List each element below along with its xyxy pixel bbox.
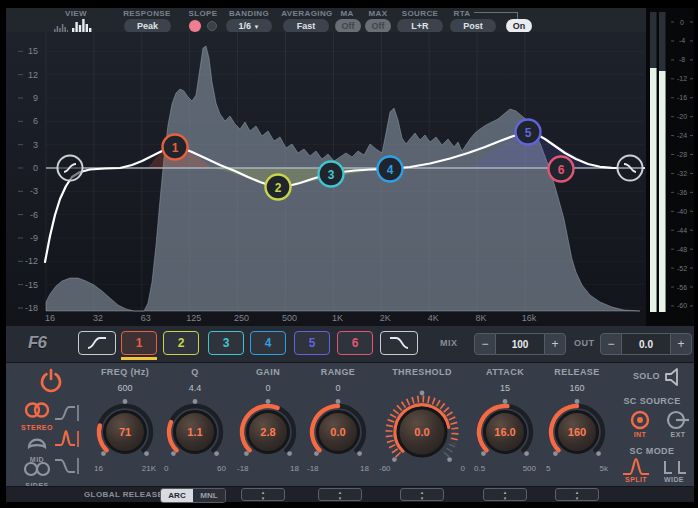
banding-label: BANDING — [224, 9, 274, 18]
int-label: INT — [624, 431, 656, 438]
attack-knob-label: ATTACK — [472, 367, 538, 377]
x-axis-tick: 4K — [428, 313, 439, 323]
release-knob-readout: 160 — [544, 383, 610, 393]
threshold-stepper[interactable]: ▴▾ — [400, 488, 444, 501]
knob-value: 1.1 — [187, 426, 202, 438]
meter-scale-label: -32 — [677, 170, 687, 177]
banding-value: 1/6 — [239, 21, 252, 31]
ext-label: EXT — [662, 431, 694, 438]
meter-bar-right — [659, 71, 666, 312]
lpf-band-button[interactable] — [380, 331, 418, 355]
mix-value[interactable]: 100 — [496, 333, 544, 355]
sides-icon — [22, 461, 52, 477]
band-3-marker[interactable]: 3 — [319, 162, 344, 187]
meter-bar-left — [650, 68, 657, 312]
filter-shape-bell-button[interactable] — [52, 429, 80, 449]
arrow-down-icon: ▾ — [504, 495, 507, 501]
band-1-button[interactable]: 1 — [121, 331, 157, 355]
knob-value: 160 — [568, 426, 586, 438]
ma-off-button[interactable]: Off — [335, 19, 361, 33]
sc-mode-split-icon[interactable] — [620, 457, 652, 477]
averaging-fast-button[interactable]: Fast — [283, 19, 329, 33]
y-axis-tick: -12 — [25, 256, 38, 266]
eq-graph[interactable]: 1815129630-3-6-9-12-15-18163263125250500… — [6, 32, 646, 326]
max-off-button[interactable]: Off — [365, 19, 391, 33]
arrow-down-icon: ▾ — [576, 495, 579, 501]
band-1-marker[interactable]: 1 — [163, 135, 188, 160]
selected-band-underline — [121, 357, 157, 360]
release-stepper[interactable]: ▴▾ — [555, 488, 599, 501]
out-value[interactable]: 0.0 — [622, 333, 670, 355]
hpf-handle[interactable] — [58, 156, 83, 181]
band-6-marker[interactable]: 6 — [549, 157, 574, 182]
q-knob-readout: 4.4 — [162, 383, 228, 393]
gain-knob-block: GAIN 0 2.8 -18 18 — [235, 367, 301, 483]
f6-logo: F6 — [28, 333, 46, 353]
q-knob-block: Q 4.4 1.1 0 60 — [162, 367, 228, 483]
chevron-down-icon: ▼ — [254, 24, 260, 30]
arrow-down-icon: ▾ — [262, 495, 265, 501]
threshold-knob[interactable]: 0.0 — [377, 389, 467, 475]
q-knob[interactable]: 1.1 — [162, 399, 228, 465]
meter-scale-label: -16 — [677, 94, 687, 101]
mix-minus-button[interactable]: − — [474, 333, 496, 355]
svg-text:1: 1 — [172, 141, 179, 155]
band-2-button[interactable]: 2 — [163, 331, 199, 355]
rta-on-button[interactable]: On — [506, 19, 532, 33]
band-power-button[interactable] — [36, 367, 66, 397]
knob-value: 0.0 — [330, 426, 345, 438]
band-4-marker[interactable]: 4 — [378, 157, 403, 182]
band-4-button[interactable]: 4 — [250, 331, 286, 355]
mix-plus-button[interactable]: + — [544, 333, 566, 355]
y-axis-tick: 12 — [28, 70, 38, 80]
arc-button[interactable]: ARC — [161, 489, 193, 502]
sc-source-ext-icon[interactable] — [666, 409, 692, 431]
source-lr-button[interactable]: L+R — [397, 19, 443, 33]
y-axis-tick: 15 — [28, 46, 38, 56]
response-peak-button[interactable]: Peak — [124, 19, 171, 33]
solo-speaker-icon[interactable] — [664, 368, 684, 386]
slope-label: SLOPE — [182, 9, 224, 18]
out-minus-button[interactable]: − — [600, 333, 622, 355]
out-plus-button[interactable]: + — [670, 333, 692, 355]
mix-control: − 100 + — [474, 333, 566, 355]
band-3-button[interactable]: 3 — [208, 331, 244, 355]
x-axis-tick: 1K — [332, 313, 343, 323]
range-knob[interactable]: 0.0 — [305, 399, 371, 465]
lpf-handle[interactable] — [618, 156, 643, 181]
slope-dot-selected[interactable] — [189, 20, 201, 32]
mnl-button[interactable]: MNL — [193, 489, 225, 502]
band-controls-panel: STEREO MID SIDES — [6, 362, 694, 486]
band-selector-row: F6 1 2 3 4 5 6 MIX − 100 + OUT − 0.0 + — [6, 326, 694, 362]
gain-knob-label: GAIN — [235, 367, 301, 377]
slope-dot[interactable] — [207, 21, 217, 31]
gain-knob[interactable]: 2.8 — [235, 399, 301, 465]
gain-stepper[interactable]: ▴▾ — [241, 488, 285, 501]
freq-knob[interactable]: 71 — [92, 399, 158, 465]
sc-source-int-icon[interactable] — [628, 409, 652, 431]
out-label: OUT — [574, 338, 595, 348]
band-2-marker[interactable]: 2 — [266, 175, 291, 200]
band-6-button[interactable]: 6 — [337, 331, 373, 355]
hpf-band-button[interactable] — [78, 331, 116, 355]
gain-knob-min: -18 — [237, 464, 249, 473]
y-axis-tick: 9 — [33, 93, 38, 103]
spectrum-view-filled-icon[interactable] — [72, 18, 92, 33]
attack-knob[interactable]: 16.0 — [472, 399, 538, 465]
attack-stepper[interactable]: ▴▾ — [483, 488, 527, 501]
x-axis-tick: 8K — [476, 313, 487, 323]
filter-shape-shelf-low-button[interactable] — [52, 456, 80, 476]
threshold-knob-label: THRESHOLD — [377, 367, 467, 377]
global-release-toggle: ARC MNL — [160, 488, 226, 503]
band-5-marker[interactable]: 5 — [516, 120, 541, 145]
threshold-knob-block: THRESHOLD 0.0 -60 0 — [377, 367, 467, 483]
sc-mode-wide-icon[interactable] — [662, 459, 688, 475]
filter-shape-shelf-high-button[interactable] — [52, 403, 80, 423]
banding-select[interactable]: 1/6 ▼ — [226, 19, 272, 33]
range-knob-readout: 0 — [305, 383, 371, 393]
release-knob[interactable]: 160 — [544, 399, 610, 465]
band-5-button[interactable]: 5 — [294, 331, 330, 355]
range-stepper[interactable]: ▴▾ — [318, 488, 362, 501]
rta-post-button[interactable]: Post — [450, 19, 496, 33]
meter-scale-label: -24 — [677, 132, 687, 139]
